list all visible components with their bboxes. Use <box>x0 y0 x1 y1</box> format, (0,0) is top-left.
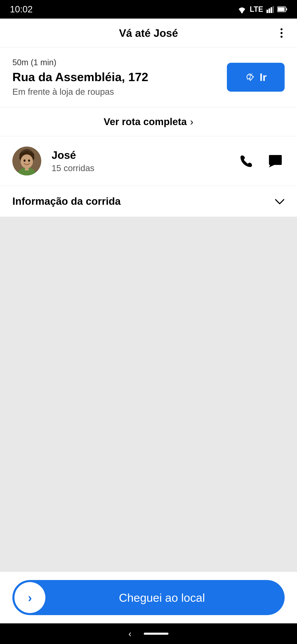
navigate-icon <box>245 72 256 82</box>
page-title: Vá até José <box>119 27 178 39</box>
lte-text: LTE <box>250 5 263 14</box>
svg-rect-7 <box>278 8 285 11</box>
route-link-text: Ver rota completa <box>104 116 187 127</box>
route-link-arrow: › <box>190 116 193 127</box>
address-eta: 50m (1 min) <box>12 58 219 67</box>
home-indicator[interactable] <box>144 633 169 635</box>
info-section[interactable]: Informação da corrida <box>0 186 297 217</box>
menu-dot-3 <box>281 36 283 38</box>
chevron-down-icon <box>275 195 285 208</box>
avatar <box>12 146 41 176</box>
address-street: Rua da Assembléia, 172 <box>12 70 219 84</box>
address-note: Em frente à loja de roupas <box>12 87 219 97</box>
svg-rect-4 <box>273 6 274 13</box>
arrived-arrow-icon: › <box>28 590 32 605</box>
menu-button[interactable] <box>279 26 285 40</box>
svg-point-16 <box>23 159 25 162</box>
contact-rides: 15 corridas <box>51 163 237 173</box>
contact-actions <box>237 152 285 170</box>
header: Vá até José <box>0 18 297 48</box>
svg-rect-2 <box>269 8 270 13</box>
back-button[interactable]: ‹ <box>128 628 132 639</box>
menu-dot-2 <box>281 32 283 34</box>
phone-icon <box>239 154 254 168</box>
status-icons: LTE <box>237 5 287 14</box>
message-button[interactable] <box>266 152 285 170</box>
contact-info: José 15 corridas <box>51 149 237 173</box>
bottom-section: › Cheguei ao local <box>0 572 297 623</box>
battery-icon <box>277 6 287 12</box>
info-title: Informação da corrida <box>12 195 121 207</box>
arrived-circle: › <box>14 582 45 613</box>
go-button-label: Ir <box>260 71 267 84</box>
contact-section: José 15 corridas <box>0 136 297 186</box>
avatar-image <box>12 146 41 176</box>
svg-rect-6 <box>286 8 287 10</box>
menu-dot-1 <box>281 28 283 30</box>
svg-rect-19 <box>25 167 29 170</box>
status-bar: 10:02 LTE <box>0 0 297 18</box>
signal-icon <box>267 6 274 13</box>
bottom-navigation: ‹ <box>0 623 297 644</box>
status-time: 10:02 <box>10 4 32 14</box>
main-content: Vá até José 50m (1 min) Rua da Assembléi… <box>0 18 297 623</box>
arrived-button-label: Cheguei ao local <box>45 591 285 604</box>
svg-rect-20 <box>269 155 282 165</box>
wifi-icon <box>237 5 247 13</box>
contact-name: José <box>51 149 237 161</box>
address-section: 50m (1 min) Rua da Assembléia, 172 Em fr… <box>0 48 297 107</box>
svg-rect-1 <box>267 10 268 13</box>
svg-point-15 <box>21 154 33 168</box>
arrived-button[interactable]: › Cheguei ao local <box>12 580 285 615</box>
map-area <box>0 217 297 572</box>
svg-point-17 <box>28 159 30 162</box>
call-button[interactable] <box>237 152 256 170</box>
address-info: 50m (1 min) Rua da Assembléia, 172 Em fr… <box>12 58 219 97</box>
message-icon <box>268 154 283 168</box>
svg-rect-3 <box>271 7 272 13</box>
route-link[interactable]: Ver rota completa › <box>0 107 297 136</box>
go-button[interactable]: Ir <box>227 63 285 92</box>
